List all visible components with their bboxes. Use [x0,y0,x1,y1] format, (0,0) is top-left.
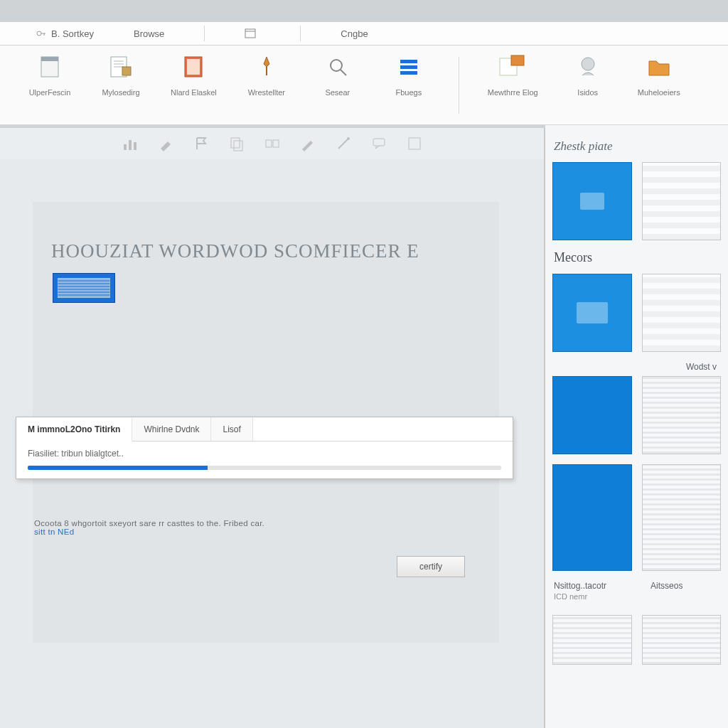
svg-rect-22 [129,140,132,150]
secondary-toolbar [0,128,545,159]
dialog-tab-2[interactable]: Whirlne Dvdnk [132,417,211,441]
panel-caption-4: Nsittog..tacotr [554,581,606,591]
color-swatch[interactable] [53,273,115,303]
ribbon-label: Fbuegs [395,88,422,97]
thumbnail-1[interactable] [552,162,632,240]
dialog-tab-1[interactable]: M immnoL2Ono Titirkn [16,417,132,441]
notebook-icon [179,53,208,81]
folder-icon [498,53,527,81]
svg-rect-4 [41,57,58,61]
panel-caption-3: Wodst v [554,362,721,372]
page-lines-icon [107,53,135,81]
chart-icon[interactable] [122,136,138,151]
svg-rect-19 [511,55,524,65]
footer-emph: sitt tn NEd [34,528,74,536]
panel-section-title-1: Zhestk piate [554,139,719,154]
button-label: certify [419,562,442,572]
flag-icon[interactable] [193,136,209,151]
tab-label: Lisof [223,424,240,434]
thumbnail-8[interactable] [642,464,722,571]
panel-caption-5: Aitsseos [651,581,682,601]
ribbon-label: Wrestellter [248,88,285,97]
menu-label: Cngbe [341,28,368,39]
footer-text: Ocoota 8 whgortoit sxeyort sare rr castt… [34,519,264,528]
options-dialog: M immnoL2Ono Titirkn Whirlne Dvdnk Lisof… [16,417,513,479]
ribbon-label: UlperFescin [29,88,71,97]
svg-rect-1 [245,29,255,38]
svg-rect-25 [234,141,242,151]
tab-label: Whirlne Dvdnk [144,424,199,434]
dialog-body-text: Fiasiliet: tribun blialgtcet.. [28,449,124,459]
thumbnail-3[interactable] [552,274,632,352]
svg-rect-11 [187,59,200,75]
ribbon-group-isidos[interactable]: Isidos [567,53,609,97]
menu-label: Browse [134,28,164,39]
menu-item-browse[interactable]: Browse [134,28,164,39]
menu-bar: B. Sortkey Browse Cngbe [0,21,728,46]
footer-note: Ocoota 8 whgortoit sxeyort sare rr castt… [33,519,264,536]
key-icon [36,28,47,39]
thumbnail-10[interactable] [642,615,722,665]
svg-point-0 [37,31,41,36]
menu-item-window[interactable] [245,28,260,39]
document-canvas: HOOUZIAT WORDWOD SCOMFIECER E M immnoL2O… [0,159,545,728]
ribbon-label: Muheloeiers [638,88,680,97]
thumbnail-9[interactable] [552,615,632,665]
copy-icon[interactable] [229,136,245,151]
thumbnail-7[interactable] [552,464,632,571]
svg-rect-9 [122,67,131,75]
svg-point-20 [582,58,594,70]
ribbon: UlperFescin Mylosedirg Nlard Elaskel Wre… [0,46,728,125]
svg-rect-15 [400,60,417,63]
group-icon[interactable] [264,136,280,151]
svg-point-13 [331,60,342,71]
list-icon [395,53,423,81]
pencil-icon[interactable] [300,136,316,151]
expand-icon[interactable] [407,136,422,151]
progress-bar[interactable] [28,466,501,470]
certify-button[interactable]: certify [397,556,465,577]
thumbnail-4[interactable] [642,274,722,352]
page-icon [36,53,64,81]
folder2-icon [645,53,673,81]
panel-caption-4-sub: ICD nemr [554,592,606,601]
ribbon-group-ulperfescin[interactable]: UlperFescin [28,53,71,97]
svg-rect-17 [400,71,417,75]
dialog-tab-3[interactable]: Lisof [211,417,252,441]
dialog-body: Fiasiliet: tribun blialgtcet.. [16,441,513,461]
thumbnail-2[interactable] [642,162,722,240]
ribbon-label: Mewthrre Elog [488,88,538,97]
wand-icon[interactable] [336,136,351,151]
search-icon [323,53,352,81]
document-title: HOOUZIAT WORDWOD SCOMFIECER E [33,202,499,262]
svg-rect-21 [124,144,127,150]
thumbnail-6[interactable] [642,376,722,454]
ribbon-group-fbuegs[interactable]: Fbuegs [387,53,430,97]
thumbnail-5[interactable] [552,376,632,454]
ribbon-group-nlardelaskel[interactable]: Nlard Elaskel [171,53,217,97]
ribbon-separator [459,57,459,114]
dialog-tabstrip: M immnoL2Ono Titirkn Whirlne Dvdnk Lisof [16,417,513,441]
svg-rect-24 [231,138,240,148]
right-panel: Zhestk piate Mecors Wodst v Nsittog..tac… [545,125,728,728]
menu-item-cngbe[interactable]: Cngbe [341,28,368,39]
menu-divider [300,26,301,41]
svg-rect-27 [273,140,279,147]
ribbon-group-mylosedirg[interactable]: Mylosedirg [100,53,142,97]
ribbon-group-sesear[interactable]: Sesear [316,53,359,97]
ribbon-label: Nlard Elaskel [171,88,217,97]
menu-label: B. Sortkey [51,28,94,39]
ribbon-group-muheloeiers[interactable]: Muheloeiers [638,53,680,97]
menu-item-sortkey[interactable]: B. Sortkey [36,28,94,39]
svg-line-14 [341,70,346,75]
ribbon-label: Isidos [577,88,598,97]
ribbon-label: Mylosedirg [102,88,139,97]
ribbon-group-mewthrreelog[interactable]: Mewthrre Elog [488,53,538,97]
svg-point-29 [347,137,350,140]
chat-icon[interactable] [371,136,387,151]
brush-icon[interactable] [158,136,173,151]
tab-label: M immnoL2Ono Titirkn [28,424,120,434]
svg-rect-16 [400,65,417,69]
ribbon-group-wrestellter[interactable]: Wrestellter [245,53,288,97]
svg-rect-26 [266,140,272,147]
